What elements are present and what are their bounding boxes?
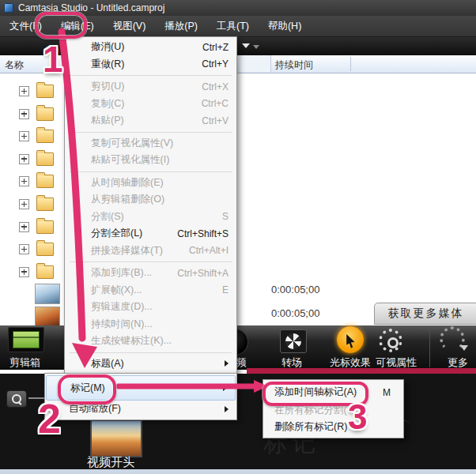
edit-menu-item-2[interactable]: 重做(R)Ctrl+Y [65,56,236,73]
toolbar-divider [429,328,430,367]
folder-icon [36,198,54,211]
edit-menu-item-13[interactable]: 添加到库(B)...Ctrl+Shift+A [65,265,236,282]
media-list-row-9[interactable] [0,260,63,282]
tree-expand-icon[interactable] [19,131,29,141]
window-bottom-edge [0,469,476,474]
edit-menu-item-1[interactable]: 撤消(U)Ctrl+Z [65,39,236,56]
tree-expand-icon[interactable] [19,154,29,164]
media-list-row-3[interactable] [0,124,63,146]
media-list-row-7[interactable] [0,215,63,237]
menu-item-shortcut: Ctrl+Z [202,42,229,53]
get-more-media-button[interactable]: 获取更多媒体 [374,303,476,325]
menu-item-label: 剪切(U) [91,80,124,93]
menubar-item-6[interactable]: 帮助(H) [259,17,311,36]
cursor-effects-icon[interactable] [337,326,364,353]
menu-item-label: 生成按键标注(K)... [91,334,172,348]
folder-icon [36,130,54,143]
media-thumbnail [35,284,60,304]
folder-icon [36,85,54,98]
menu-item-label: 复制(C) [91,97,124,111]
tree-expand-icon[interactable] [19,199,29,209]
edit-menu-item-16[interactable]: 持续时间(N)... [65,316,236,333]
step-number-1: 1 [43,41,63,77]
tree-expand-icon[interactable] [19,222,29,232]
media-list-row-10[interactable] [0,282,63,304]
callout-ring-marker-item [58,374,116,404]
edit-menu-item-4[interactable]: 复制(C)Ctrl+C [65,96,236,113]
timeline-clip-thumbnail[interactable] [90,419,142,457]
media-list-row-11[interactable] [0,305,63,327]
menu-item-shortcut: S [222,211,229,222]
clip-bin-icon[interactable] [8,327,44,352]
edit-menu-item-6[interactable]: 复制可视化属性(V) [65,135,236,152]
folder-icon [36,107,54,121]
edit-menu-item-9[interactable]: 从剪辑箱删除(O) [65,191,236,209]
menu-item-label: 添加到库(B)... [91,266,152,280]
clip-bin-button[interactable]: 剪辑箱 [9,356,40,370]
menu-separator [70,261,232,262]
edit-menu-item-11[interactable]: 分割全部(L)Ctrl+Shift+S [65,225,236,243]
menu-item-label: 删除所有标记(R) [274,420,347,434]
menu-item-shortcut: Ctrl+X [202,81,229,92]
folder-icon [36,243,54,256]
menubar-item-4[interactable]: 播放(P) [155,17,207,36]
menu-item-shortcut: Ctrl+Shift+S [177,228,229,239]
callout-ring-edit-menu [35,12,87,39]
menubar-item-3[interactable]: 视图(V) [104,17,156,36]
app-icon [4,3,13,13]
menu-item-label: 标题(A) [91,357,124,371]
column-header-duration[interactable]: 持续时间 [275,58,313,72]
folder-icon [36,265,54,279]
media-list-row-4[interactable] [0,147,63,169]
media-list-row-8[interactable] [0,237,63,259]
edit-menu-item-5[interactable]: 粘贴(P)Ctrl+V [65,112,236,130]
menu-item-label: 粘贴(P) [91,114,124,127]
media-list-row-5[interactable] [0,169,63,191]
tree-expand-icon[interactable] [19,86,29,96]
edit-menu-item-12[interactable]: 拼接选择媒体(T)Ctrl+Alt+I [65,243,236,260]
timeline-clip-label: 视频开头 [87,455,134,470]
toolbar-dropdown-icon-2[interactable] [253,45,259,49]
column-divider [350,57,351,71]
transitions-icon[interactable] [280,329,307,353]
tree-expand-icon[interactable] [19,176,29,186]
menu-item-label: 剪辑速度(D)... [91,300,153,314]
edit-menu-item-8[interactable]: 从时间轴删除(E) [65,175,236,192]
magnifier-icon [12,394,21,404]
menu-separator [70,352,232,353]
menu-item-label: 复制可视化属性(V) [91,137,173,150]
zoom-button[interactable] [6,390,27,408]
menu-item-label: 扩展帧(X)... [91,284,142,297]
edit-menu-item-7[interactable]: 粘贴可视化属性(I) [65,152,236,169]
edit-menu-item-14[interactable]: 扩展帧(X)...E [65,282,236,299]
menu-item-shortcut: M [383,387,391,398]
menu-item-label: 分割(S) [91,210,124,224]
marker-submenu-item-3[interactable]: 删除所有标记(R) [263,419,403,435]
folder-icon [36,175,54,188]
more-icon[interactable] [440,326,465,352]
media-list-row-1[interactable] [0,79,63,101]
menu-item-label: 拼接选择媒体(T) [91,244,163,258]
tree-expand-icon[interactable] [19,244,29,254]
menu-separator [70,75,232,76]
edit-menu-item-10[interactable]: 分割(S)S [65,209,236,226]
menu-item-label: 撤消(U) [91,40,124,54]
toolbar-dropdown-icon[interactable] [242,43,250,48]
edit-menu-item-15[interactable]: 剪辑速度(D)... [65,299,236,316]
edit-menu-item-17[interactable]: 生成按键标注(K)... [65,333,236,350]
menubar-item-5[interactable]: 工具(T) [207,17,259,36]
menu-item-label: 重做(R) [91,58,124,71]
tree-expand-icon[interactable] [19,109,29,119]
camtasia-window: Camtasia Studio - Untitled.camproj 文件(F)… [0,0,476,474]
step-number-2: 2 [38,398,61,439]
menu-item-shortcut: Ctrl+Shift+A [177,268,229,279]
menu-separator [70,132,232,133]
column-header-name[interactable]: 名称 [5,58,24,72]
media-list-row-6[interactable] [0,192,63,214]
media-list-row-2[interactable] [0,102,63,124]
edit-menu-item-18[interactable]: 标题(A) [65,356,236,373]
folder-icon [36,152,54,166]
visual-properties-icon[interactable] [379,329,402,352]
edit-menu-item-3[interactable]: 剪切(U)Ctrl+X [65,78,236,96]
tree-expand-icon[interactable] [19,267,29,277]
